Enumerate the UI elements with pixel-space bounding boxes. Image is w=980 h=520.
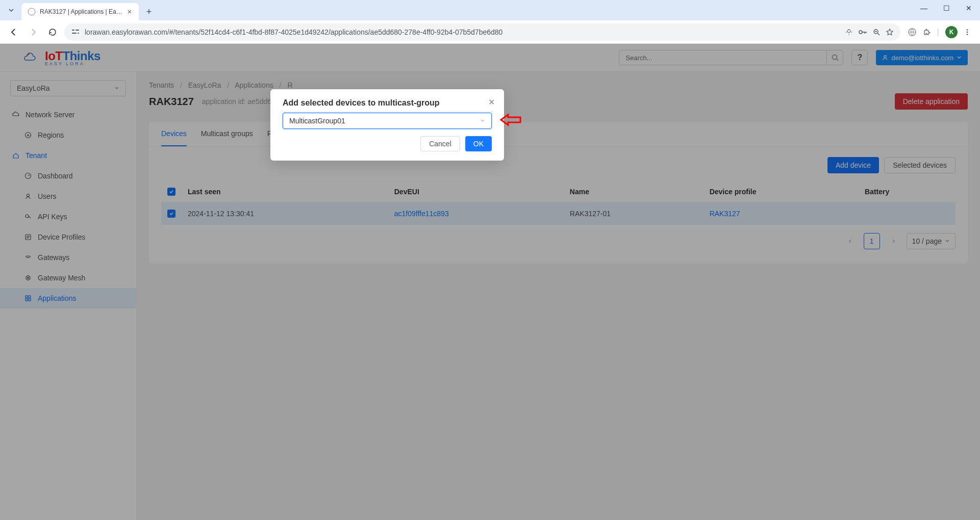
svg-point-11	[967, 34, 968, 35]
modal-title: Add selected devices to multicast-group	[270, 89, 504, 113]
reload-button[interactable]	[45, 24, 60, 40]
browser-toolbar: lorawan.easylorawan.com/#/tenants/52f14c…	[0, 20, 980, 44]
browser-tab[interactable]: RAK3127 | Applications | EasyLo ×	[21, 3, 139, 20]
new-tab-button[interactable]: +	[142, 5, 156, 19]
ok-button[interactable]: OK	[465, 136, 492, 151]
multicast-group-select[interactable]: MulticastGroup01	[283, 113, 492, 129]
profile-avatar[interactable]: K	[945, 26, 958, 38]
browser-menu-icon[interactable]	[964, 29, 971, 36]
cancel-button[interactable]: Cancel	[420, 136, 460, 151]
globe-icon[interactable]	[908, 28, 917, 37]
key-icon[interactable]	[859, 29, 867, 35]
close-tab-icon[interactable]: ×	[128, 8, 132, 16]
svg-point-0	[28, 8, 35, 15]
minimize-icon[interactable]: —	[918, 4, 930, 12]
close-window-icon[interactable]: ✕	[963, 4, 975, 12]
url-text: lorawan.easylorawan.com/#/tenants/52f14c…	[85, 28, 840, 36]
svg-rect-3	[72, 33, 77, 34]
browser-tab-bar: RAK3127 | Applications | EasyLo × + — ☐ …	[0, 0, 980, 20]
svg-point-10	[967, 31, 968, 33]
tabs-dropdown-icon[interactable]	[3, 2, 19, 18]
svg-point-9	[967, 29, 968, 31]
site-settings-icon[interactable]	[71, 29, 80, 36]
window-controls: — ☐ ✕	[918, 4, 975, 12]
maximize-icon[interactable]: ☐	[940, 4, 952, 12]
url-bar[interactable]: lorawan.easylorawan.com/#/tenants/52f14c…	[64, 23, 900, 41]
svg-rect-2	[76, 30, 79, 31]
back-button[interactable]	[6, 24, 21, 40]
bookmark-star-icon[interactable]	[886, 29, 893, 36]
forward-button[interactable]	[26, 24, 41, 40]
chevron-down-icon	[480, 118, 485, 123]
annotation-arrow-icon	[500, 113, 521, 127]
browser-chrome: RAK3127 | Applications | EasyLo × + — ☐ …	[0, 0, 980, 44]
extensions-icon[interactable]	[923, 28, 931, 36]
svg-rect-4	[78, 33, 79, 34]
zoom-icon[interactable]	[873, 29, 880, 36]
favicon-icon	[28, 8, 36, 16]
multicast-modal: ✕ Add selected devices to multicast-grou…	[270, 89, 504, 161]
svg-rect-1	[72, 30, 74, 31]
location-icon[interactable]	[845, 29, 852, 36]
svg-point-6	[859, 31, 862, 34]
browser-tab-title: RAK3127 | Applications | EasyLo	[40, 8, 123, 15]
modal-close-button[interactable]: ✕	[488, 97, 495, 107]
